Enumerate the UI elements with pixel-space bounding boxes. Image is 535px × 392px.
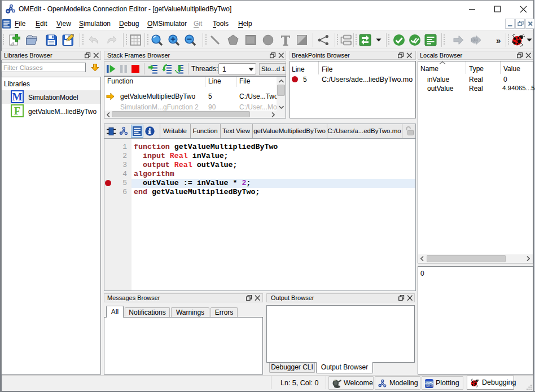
svg-text:OMPLOT: OMPLOT	[426, 385, 433, 387]
svg-text:F: F	[14, 105, 21, 117]
svg-text:M: M	[12, 91, 23, 103]
